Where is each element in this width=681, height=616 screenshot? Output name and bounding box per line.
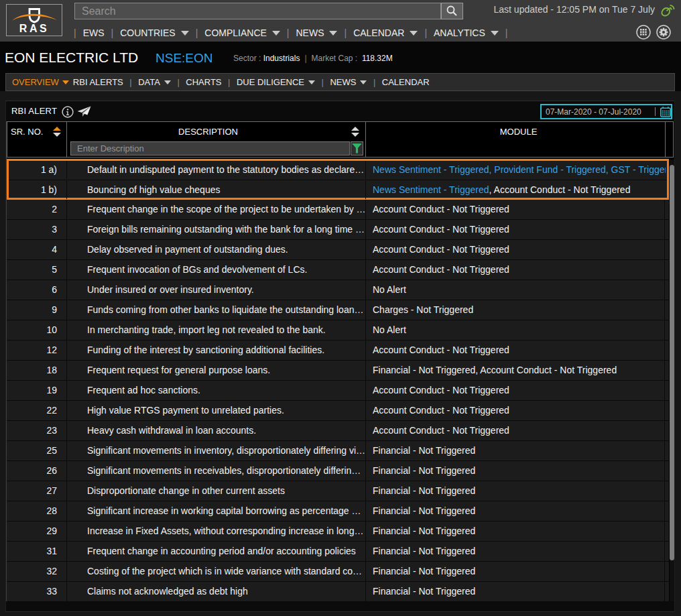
svg-text:RAS: RAS	[19, 23, 49, 34]
